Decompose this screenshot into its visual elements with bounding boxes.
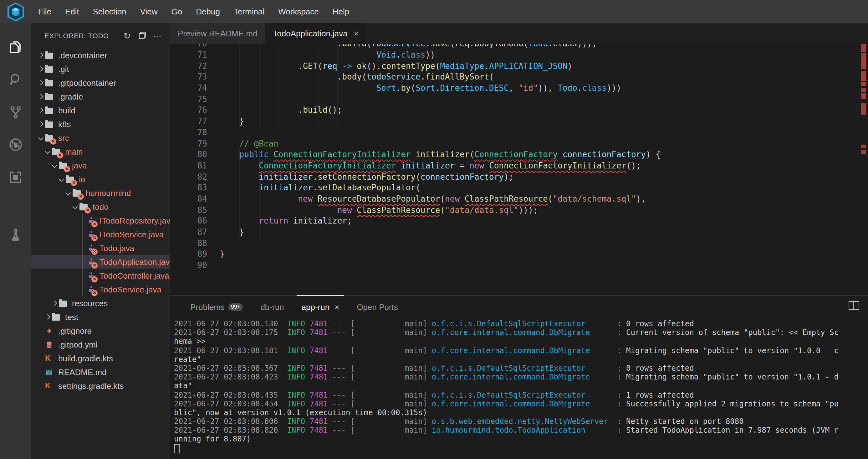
menu-item-file[interactable]: File — [31, 7, 58, 16]
explorer-sidebar: EXPLORER: TODO ↻ ··· .devcontainer.git.g… — [31, 23, 170, 459]
test-flask-icon[interactable] — [0, 219, 31, 251]
panel-tab-app-run[interactable]: app-run× — [293, 295, 348, 318]
tree-item-label: humourmind — [86, 188, 131, 198]
tree-item--devcontainer[interactable]: .devcontainer — [31, 48, 169, 62]
line-number: 83 — [170, 182, 207, 194]
code-line-89[interactable]: 89} — [170, 249, 859, 260]
code-line-76[interactable]: 76 .build(); — [170, 105, 859, 116]
code-line-81[interactable]: 81 ConnectionFactoryInitializer initiali… — [170, 160, 859, 171]
git-file-icon — [45, 326, 56, 335]
indent-guide — [259, 44, 259, 127]
refresh-icon[interactable]: ↻ — [120, 31, 134, 41]
tree-item-label: build.gradle.kts — [58, 353, 113, 363]
menu-item-edit[interactable]: Edit — [58, 7, 86, 16]
tree-item--gradle[interactable]: .gradle — [31, 90, 169, 103]
code-line-82[interactable]: 82 initializer.setConnectionFactory(conn… — [170, 171, 859, 182]
menu-item-terminal[interactable]: Terminal — [227, 7, 271, 16]
line-number: 73 — [170, 72, 207, 83]
tree-item-label: src — [58, 133, 69, 142]
source-control-icon[interactable] — [0, 96, 31, 128]
java-file-icon: ✕ — [86, 216, 97, 225]
code-editor[interactable]: 70 .build(todoService.save(req.bodyToMon… — [170, 44, 868, 295]
app-logo-icon[interactable] — [0, 0, 31, 23]
debug-icon[interactable] — [0, 128, 31, 161]
tree-item-humourmind[interactable]: ✕humourmind — [31, 186, 169, 200]
code-line-79[interactable]: 79 // @Bean — [170, 138, 859, 149]
tree-item-build[interactable]: build — [31, 103, 169, 117]
code-line-85[interactable]: 85 new ClassPathResource("data/data.sql"… — [170, 204, 859, 216]
code-line-75[interactable]: 75 — [170, 94, 859, 105]
tree-item-todoservice-java[interactable]: ✕TodoService.java — [31, 282, 169, 296]
line-number: 74 — [170, 83, 207, 94]
code-line-80[interactable]: 80 public ConnectionFactoryInitializer i… — [170, 149, 859, 160]
menu-item-help[interactable]: Help — [326, 7, 356, 16]
error-badge: ✕ — [57, 152, 63, 159]
tree-item-label: io — [79, 174, 85, 184]
editor-tab-todoapplication-java[interactable]: TodoApplication.java× — [265, 23, 366, 44]
menu-item-go[interactable]: Go — [164, 7, 189, 16]
plugins-icon[interactable] — [0, 161, 31, 194]
tree-item-k8s[interactable]: k8s — [31, 117, 169, 131]
code-line-90[interactable]: 90 — [170, 260, 859, 271]
close-icon[interactable]: × — [335, 302, 339, 312]
tree-item-java[interactable]: ✕java — [31, 159, 169, 172]
panel-tab-db-run[interactable]: db-run — [252, 295, 292, 318]
tree-item-readme-md[interactable]: README.md — [31, 365, 169, 379]
code-line-87[interactable]: 87 } — [170, 227, 859, 238]
terminal-row: reate" — [174, 355, 867, 364]
error-mark — [861, 145, 866, 148]
code-line-77[interactable]: 77 } — [170, 116, 859, 127]
collapse-all-icon[interactable] — [134, 31, 150, 41]
code-line-78[interactable]: 78 — [170, 127, 859, 138]
code-line-clipped[interactable]: 70 .build(todoService.save(req.bodyToMon… — [170, 44, 859, 50]
code-line-71[interactable]: 71 Void.class)) — [170, 50, 859, 60]
tree-item--gitignore[interactable]: .gitignore — [31, 324, 169, 338]
line-number: 84 — [170, 194, 207, 204]
code-line-86[interactable]: 86 return initializer; — [170, 216, 859, 227]
chevron-right-icon — [36, 122, 45, 126]
overview-ruler[interactable] — [859, 44, 868, 295]
tree-item-build-gradle-kts[interactable]: Kbuild.gradle.kts — [31, 351, 169, 365]
menu-item-debug[interactable]: Debug — [189, 7, 227, 16]
error-badge: ✕ — [64, 166, 70, 172]
code-line-88[interactable]: 88 — [170, 238, 859, 249]
tree-item-src[interactable]: ✕src — [31, 131, 169, 145]
tree-item-itodoservice-java[interactable]: ✕ITodoService.java — [31, 227, 169, 241]
error-badge: ✕ — [78, 194, 84, 200]
tree-item-settings-gradle-kts[interactable]: Ksettings.gradle.kts — [31, 379, 169, 393]
tree-item-todo[interactable]: ✕todo — [31, 200, 169, 213]
tree-item-resources[interactable]: resources — [31, 296, 169, 310]
menu-item-view[interactable]: View — [133, 7, 164, 16]
java-file-icon: ✕ — [86, 257, 97, 266]
tree-item--gitpodcontainer[interactable]: .gitpodcontainer — [31, 76, 169, 90]
panel-tab-open-ports[interactable]: Open Ports — [348, 295, 407, 318]
editor-tab-preview-readme-md[interactable]: Preview README.md — [170, 23, 265, 44]
search-icon[interactable] — [0, 63, 31, 96]
tree-item-todocontroller-java[interactable]: ✕TodoController.java — [31, 269, 169, 282]
tree-item-todo-java[interactable]: ✕Todo.java — [31, 241, 169, 255]
tree-item--gitpod-yml[interactable]: .gitpod.yml — [31, 338, 169, 351]
more-actions-icon[interactable]: ··· — [150, 31, 164, 41]
close-icon[interactable]: × — [354, 29, 359, 38]
tree-item-io[interactable]: ✕io — [31, 172, 169, 186]
tree-item-itodorepository-java[interactable]: ✕ITodoRepository.java — [31, 213, 169, 227]
terminal-row: 2021-06-27 02:03:08.367 INFO 7481 --- [ … — [174, 364, 867, 373]
menu-item-workspace[interactable]: Workspace — [271, 7, 326, 16]
tree-item-test[interactable]: test — [31, 310, 169, 324]
chevron-right-icon — [36, 67, 45, 71]
terminal-output[interactable]: 2021-06-27 02:03:08.130 INFO 7481 --- [ … — [174, 319, 867, 459]
error-badge: ✕ — [91, 290, 98, 296]
tree-item-main[interactable]: ✕main — [31, 145, 169, 159]
code-line-72[interactable]: 72 .GET(req -> ok().contentType(MediaTyp… — [170, 60, 859, 71]
split-panel-icon[interactable] — [848, 301, 859, 310]
tree-item-todoapplication-java[interactable]: ✕TodoApplication.java — [31, 255, 169, 269]
code-line-84[interactable]: 84 new ResourceDatabasePopulator(new Cla… — [170, 194, 859, 204]
code-line-74[interactable]: 74 Sort.by(Sort.Direction.DESC, "id")), … — [170, 83, 859, 94]
code-line-83[interactable]: 83 initializer.setDatabasePopulator( — [170, 182, 859, 194]
menu-item-selection[interactable]: Selection — [86, 7, 133, 16]
tree-item--git[interactable]: .git — [31, 62, 169, 76]
java-file-icon: ✕ — [86, 271, 97, 280]
code-line-73[interactable]: 73 .body(todoService.findAllBySort( — [170, 72, 859, 83]
files-icon[interactable] — [0, 31, 31, 63]
panel-tab-problems[interactable]: Problems99+ — [182, 295, 252, 318]
